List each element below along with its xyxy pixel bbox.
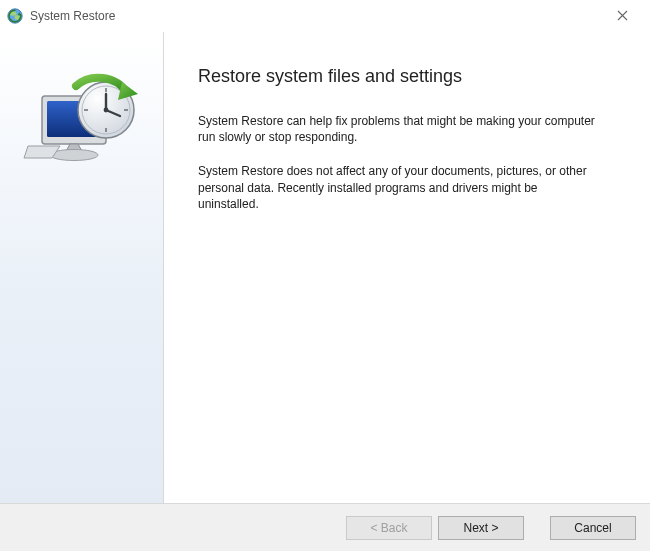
svg-point-15 <box>103 108 108 113</box>
intro-paragraph-2: System Restore does not affect any of yo… <box>198 163 598 212</box>
wizard-body: Restore system files and settings System… <box>0 32 650 503</box>
window-title: System Restore <box>30 9 602 23</box>
back-button[interactable]: < Back <box>346 516 432 540</box>
titlebar: System Restore <box>0 0 650 32</box>
wizard-content: Restore system files and settings System… <box>164 32 650 503</box>
svg-point-6 <box>50 150 98 161</box>
close-button[interactable] <box>602 2 642 30</box>
cancel-button[interactable]: Cancel <box>550 516 636 540</box>
wizard-sidebar <box>0 32 164 503</box>
wizard-footer: < Back Next > Cancel <box>0 503 650 551</box>
restore-illustration-icon <box>22 58 142 178</box>
intro-paragraph-1: System Restore can help fix problems tha… <box>198 113 598 145</box>
next-button[interactable]: Next > <box>438 516 524 540</box>
page-heading: Restore system files and settings <box>198 66 620 87</box>
system-restore-icon <box>6 7 24 25</box>
close-icon <box>617 10 628 21</box>
